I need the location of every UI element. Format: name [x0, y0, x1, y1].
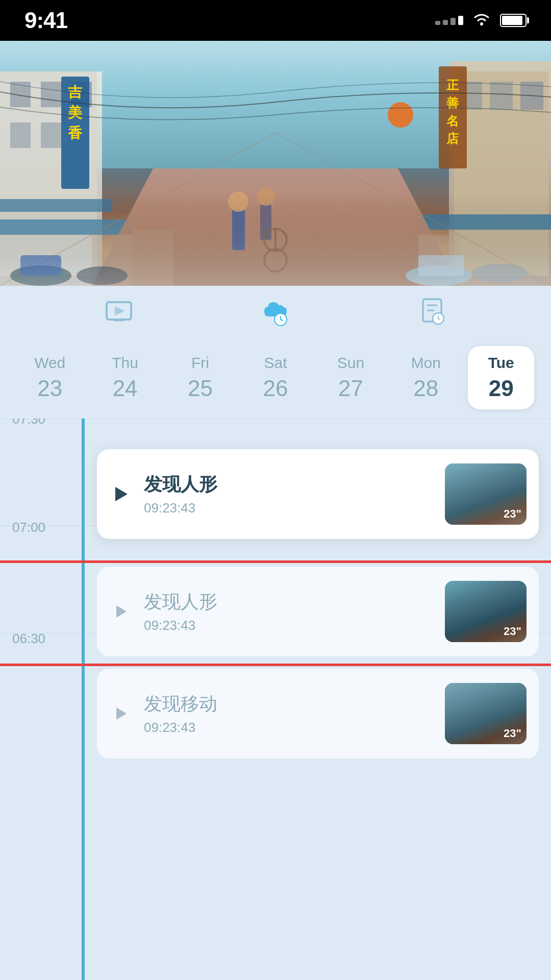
icon-bar — [0, 286, 551, 337]
status-bar: 9:41 — [0, 0, 551, 41]
day-num-tue: 29 — [489, 376, 514, 401]
timeline-area: 07:30 07:00 06:30 发现人形 09:23:43 23" 发现人形… — [0, 419, 551, 980]
cloud-time-icon-item[interactable] — [259, 295, 292, 328]
document-time-icon-item[interactable] — [416, 295, 448, 328]
svg-text:店: 店 — [446, 132, 459, 145]
play-triangle-icon-1 — [115, 487, 128, 501]
svg-rect-32 — [388, 102, 413, 128]
day-num-mon: 28 — [413, 376, 438, 401]
event-duration-2: 23" — [504, 625, 521, 638]
calendar-day-sat[interactable]: Sat 26 — [242, 354, 309, 401]
timeline-red-indicator-2 — [0, 664, 551, 666]
day-name-sun: Sun — [337, 354, 364, 372]
day-num-thu: 24 — [113, 376, 138, 401]
event-time-1: 09:23:43 — [144, 500, 435, 516]
timeline-vertical-line — [82, 419, 85, 980]
calendar-day-thu[interactable]: Thu 24 — [92, 354, 158, 401]
day-name-tue: Tue — [488, 354, 514, 372]
day-num-sun: 27 — [338, 376, 363, 401]
play-triangle-icon-2 — [116, 605, 127, 618]
svg-rect-12 — [490, 82, 513, 110]
tv-icon-item[interactable] — [103, 295, 135, 328]
day-name-mon: Mon — [411, 354, 441, 372]
day-name-fri: Fri — [191, 354, 209, 372]
event-duration-3: 23" — [504, 727, 521, 740]
svg-text:美: 美 — [67, 104, 83, 120]
day-num-fri: 25 — [188, 376, 213, 401]
event-title-2: 发现人形 — [144, 590, 435, 615]
event-info-2: 发现人形 09:23:43 — [144, 590, 435, 633]
svg-text:名: 名 — [446, 114, 459, 128]
svg-text:香: 香 — [68, 125, 83, 141]
signal-icon — [435, 16, 463, 25]
day-name-thu: Thu — [112, 354, 138, 372]
svg-text:正: 正 — [446, 79, 459, 92]
event-time-3: 09:23:43 — [144, 720, 435, 736]
time-label-0630: 06:30 — [12, 631, 45, 647]
event-info-1: 发现人形 09:23:43 — [144, 472, 435, 516]
event-thumb-1: 23" — [445, 463, 527, 525]
svg-marker-48 — [115, 306, 125, 315]
battery-icon — [500, 14, 527, 27]
time-label-0700: 07:00 — [12, 520, 45, 535]
play-button-3[interactable] — [109, 701, 134, 726]
day-name-wed: Wed — [34, 354, 65, 372]
event-thumb-3: 23" — [445, 683, 527, 744]
calendar-day-mon[interactable]: Mon 28 — [393, 354, 459, 401]
status-time: 9:41 — [24, 8, 67, 33]
event-card-2[interactable]: 发现人形 09:23:43 23" — [97, 567, 539, 656]
event-duration-1: 23" — [504, 507, 521, 521]
calendar-day-fri[interactable]: Fri 25 — [167, 354, 234, 401]
tv-icon — [103, 295, 135, 328]
event-title-1: 发现人形 — [144, 472, 435, 497]
svg-point-0 — [480, 22, 483, 26]
play-triangle-icon-3 — [116, 707, 127, 720]
day-num-wed: 23 — [37, 376, 62, 401]
timeline-red-indicator-1 — [0, 560, 551, 563]
event-title-3: 发现移动 — [144, 692, 435, 717]
status-icons — [435, 10, 527, 31]
svg-rect-46 — [0, 194, 551, 286]
wifi-icon — [471, 10, 492, 31]
calendar-day-wed[interactable]: Wed 23 — [17, 354, 83, 401]
calendar-day-tue[interactable]: Tue 29 — [468, 346, 534, 409]
event-info-3: 发现移动 09:23:43 — [144, 692, 435, 736]
calendar-strip: Wed 23 Thu 24 Fri 25 Sat 26 Sun 27 Mon 2… — [0, 337, 551, 419]
cloud-time-icon — [259, 295, 292, 328]
day-num-sat: 26 — [263, 376, 288, 401]
svg-rect-5 — [41, 82, 61, 107]
svg-rect-8 — [41, 122, 61, 148]
document-time-icon — [416, 295, 448, 328]
play-button-1[interactable] — [109, 482, 134, 506]
svg-rect-7 — [10, 122, 31, 148]
day-name-sat: Sat — [264, 354, 287, 372]
event-thumb-2: 23" — [445, 581, 527, 642]
calendar-day-sun[interactable]: Sun 27 — [317, 354, 384, 401]
hero-image: 吉 美 香 正 善 名 店 — [0, 41, 551, 286]
time-label-0730: 07:30 — [12, 419, 45, 427]
play-button-2[interactable] — [109, 599, 134, 624]
event-time-2: 09:23:43 — [144, 618, 435, 633]
event-card-3[interactable]: 发现移动 09:23:43 23" — [97, 669, 539, 758]
event-card-1[interactable]: 发现人形 09:23:43 23" — [97, 449, 539, 539]
